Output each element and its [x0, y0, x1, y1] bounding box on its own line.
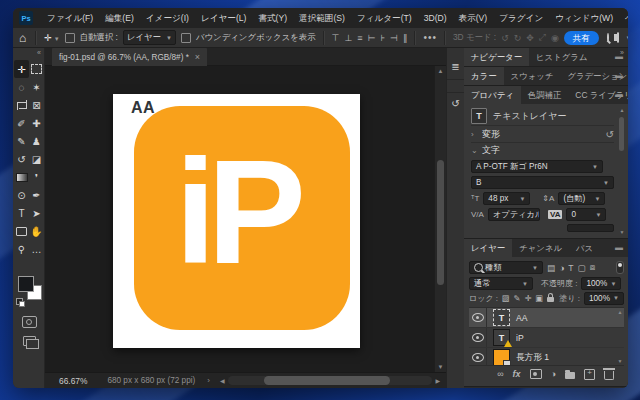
zoom-level[interactable]: 66.67% [59, 376, 87, 386]
menu-item[interactable]: ヘルプ(H) [619, 8, 628, 28]
screen-mode-button[interactable] [23, 336, 36, 346]
layer-filter-select[interactable]: 種類 ▼ [469, 261, 543, 274]
scroll-up-icon[interactable]: ▲ [618, 107, 626, 113]
tracking-select[interactable]: 0 ▼ [566, 208, 606, 221]
layer-thumbnail[interactable]: T [493, 309, 510, 326]
filter-shape-layers-icon[interactable]: ▢ [578, 263, 586, 273]
iP[interactable]: T iP [469, 328, 624, 348]
align-left-icon[interactable]: ⊢ [368, 33, 376, 43]
distribute-icon[interactable]: ∥ [403, 33, 408, 43]
clipped-field[interactable] [567, 224, 614, 232]
長方形 1[interactable]: T 長方形 1 [469, 348, 624, 365]
eyedropper-tool[interactable]: ✐ [14, 114, 29, 132]
healing-brush-tool[interactable]: ✚ [29, 114, 44, 132]
layer-thumbnail[interactable]: T [493, 329, 510, 346]
panel-tab[interactable]: レイヤー [464, 239, 512, 257]
scrollbar-track[interactable] [228, 376, 433, 385]
rectangle-tool[interactable] [14, 222, 29, 240]
filter-pixel-layers-icon[interactable]: ▤ [547, 263, 555, 273]
menu-item[interactable]: イメージ(I) [140, 8, 195, 28]
layer-thumbnail[interactable]: T [493, 349, 510, 365]
canvas-vertical-scrollbar[interactable]: ▲ ▼ [434, 66, 446, 372]
opacity-select[interactable]: 100% ▼ [581, 277, 621, 290]
panel-tab[interactable]: 色調補正 [521, 86, 569, 104]
panel-tab[interactable]: スウォッチ [504, 67, 561, 85]
scroll-down-icon[interactable]: ▼ [435, 364, 446, 370]
panel-tab[interactable]: ヒストグラム [529, 48, 594, 66]
fill-select[interactable]: 100% ▼ [584, 292, 624, 305]
version-history-panel-icon[interactable]: ≣ [447, 56, 464, 80]
auto-select-checkbox[interactable] [65, 33, 75, 43]
move-tool[interactable]: ✛ [14, 60, 29, 78]
document-tab[interactable]: fig-01.psd @ 66.7% (AA, RGB/8#) * × [52, 48, 207, 66]
toolbar-collapse-icon[interactable]: « [37, 49, 41, 56]
character-section-header[interactable]: ⌄ 文字 [471, 143, 614, 157]
home-icon[interactable]: ⌂ [19, 31, 26, 45]
filter-smart-objects-icon[interactable]: ⧈ [590, 262, 595, 273]
search-icon[interactable] [607, 33, 609, 42]
history-panel-icon[interactable]: ↺ [447, 93, 464, 116]
canvas-area[interactable]: AA iP [45, 66, 434, 372]
filter-toggle-switch[interactable] [616, 261, 624, 274]
menu-item[interactable]: フィルター(T) [351, 8, 418, 28]
align-right-icon[interactable]: ⊣ [390, 33, 398, 43]
menu-item[interactable]: ファイル(F) [41, 8, 99, 28]
layer-mask-icon[interactable] [530, 369, 542, 379]
font-style-select[interactable]: B ▼ [471, 176, 614, 189]
menu-item[interactable]: ウィンドウ(W) [549, 8, 619, 28]
rectangular-marquee-tool[interactable] [29, 60, 44, 78]
panel-menu-icon[interactable]: ▬ [615, 91, 623, 99]
scroll-down-icon[interactable]: ▼ [618, 229, 626, 235]
scrollbar-thumb[interactable] [264, 376, 390, 385]
history-brush-tool[interactable]: ↺ [14, 150, 29, 168]
hand-tool[interactable]: ✋ [29, 222, 44, 240]
3d-roll-icon[interactable]: ↻ [514, 33, 522, 43]
move-tool-preset-icon[interactable]: ✛▼ [44, 33, 60, 43]
status-expand-icon[interactable]: › [207, 376, 210, 385]
blur-tool[interactable]: ❜ [29, 168, 44, 186]
layer-visibility-cell[interactable] [469, 308, 487, 327]
object-selection-tool[interactable]: ✶ [29, 78, 44, 96]
menu-item[interactable]: 選択範囲(S) [293, 8, 351, 28]
comments-panel-icon[interactable] [447, 80, 464, 93]
3d-slide-icon[interactable]: ⤢ [539, 32, 546, 43]
lock-move-icon[interactable]: ✛ [525, 293, 532, 303]
panel-menu-icon[interactable]: ▬ [615, 244, 623, 252]
close-tab-icon[interactable]: × [195, 52, 200, 62]
menu-item[interactable]: 書式(Y) [252, 8, 293, 28]
new-layer-icon[interactable] [584, 369, 595, 380]
menu-item[interactable]: 編集(E) [99, 8, 140, 28]
share-button[interactable]: 共有 [564, 31, 599, 45]
AA[interactable]: T AA [469, 308, 624, 328]
filter-adjustment-layers-icon[interactable]: ◑ [559, 263, 564, 273]
menu-item[interactable]: 表示(V) [453, 8, 494, 28]
eraser-tool[interactable]: ◪ [29, 150, 44, 168]
dodge-tool[interactable]: ⊙ [14, 186, 29, 204]
scroll-left-icon[interactable]: ◀ [220, 377, 225, 384]
type-tool[interactable]: T [14, 204, 29, 222]
panel-tab[interactable]: プロパティ [464, 86, 521, 104]
pen-tool[interactable]: ✒ [29, 186, 44, 204]
layers-scrollbar[interactable]: ▲ ▼ [616, 308, 624, 365]
lasso-tool[interactable]: ◌ [14, 78, 29, 96]
frame-tool[interactable]: ⊠ [29, 96, 44, 114]
lock-transparency-icon[interactable]: ▨ [502, 293, 510, 303]
panel-tab[interactable]: カラー [464, 67, 504, 85]
align-center-icon[interactable]: ⊦ [380, 33, 385, 43]
delete-layer-icon[interactable] [604, 371, 614, 380]
kerning-select[interactable]: オプティカル ▼ [488, 208, 540, 221]
layer-style-icon[interactable]: fx [513, 369, 521, 379]
panel-dock-collapse-icon[interactable]: » [620, 49, 624, 56]
gradient-tool[interactable] [14, 168, 29, 186]
reset-transform-icon[interactable]: ↺ [606, 129, 614, 140]
more-options-icon[interactable]: ••• [423, 32, 437, 43]
adjustment-layer-icon[interactable]: ◑ [551, 369, 556, 379]
scroll-up-icon[interactable]: ▲ [616, 309, 624, 315]
auto-select-target-dropdown[interactable]: レイヤー▼ [123, 30, 176, 45]
align-bottom-icon[interactable]: ≡ [357, 33, 362, 43]
3d-camera-icon[interactable]: ◉ [551, 33, 559, 43]
default-colors-icon[interactable] [16, 298, 23, 305]
3d-orbit-icon[interactable]: ↺ [501, 33, 509, 43]
menu-item[interactable]: プラグイン [493, 8, 549, 28]
canvas-horizontal-scrollbar[interactable]: ◀ ▶ [220, 376, 440, 385]
